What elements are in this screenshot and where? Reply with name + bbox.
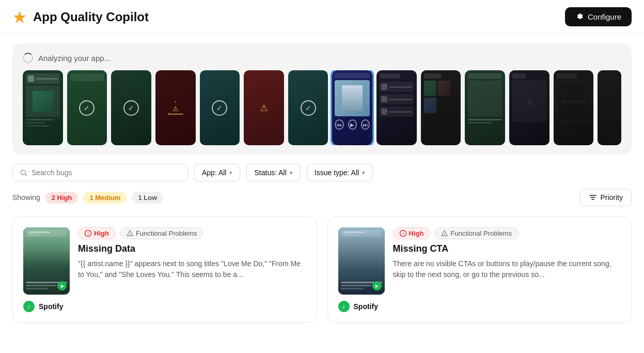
warning-icon-1: ! (127, 230, 133, 237)
screen-thumb-2: ✓ (67, 70, 107, 145)
screen-thumb-14 (598, 70, 621, 145)
warning-icon-2: ! (441, 230, 448, 237)
priority-button[interactable]: Priority (580, 189, 632, 206)
issue-type-filter-button[interactable]: Issue type: All ▾ (307, 164, 373, 181)
analysis-status: Analyzing your app... (23, 53, 621, 63)
issue-type-label-1: Functional Problems (136, 229, 197, 237)
svg-text:!: ! (444, 233, 445, 236)
configure-button[interactable]: Configure (565, 7, 632, 26)
card-tags-2: ! High ! Functional Problems (393, 227, 621, 239)
svg-text:!: ! (402, 232, 404, 236)
severity-badge-2: ! High (393, 227, 431, 239)
showing-left: Showing 2 High 1 Medium 1 Low (12, 192, 163, 204)
screen-thumb-9 (376, 70, 417, 145)
app-label-2: Spotify (354, 302, 378, 311)
spotify-icon-2: ♪ (338, 301, 350, 312)
issue-type-filter-label: Issue type: All (315, 168, 359, 177)
low-count-badge: 1 Low (132, 192, 163, 204)
issue-type-filter-chevron: ▾ (362, 170, 365, 176)
app-filter-label: App: All (202, 168, 226, 177)
severity-label-2: High (409, 229, 424, 237)
analysis-banner: Analyzing your app... ✓ (12, 43, 632, 155)
screen-thumb-7: ✓ (288, 70, 328, 145)
app-filter-button[interactable]: App: All ▾ (194, 164, 240, 181)
priority-lines-icon (589, 193, 597, 202)
card-thumbnail-2: ▶ (338, 227, 385, 295)
severity-badge-1: ! High (78, 227, 116, 239)
screen-thumb-12: ♪ (509, 70, 549, 145)
card-description-1: "{{ artist.name }}" appears next to song… (78, 258, 306, 280)
card-top-1: ▶ ! High ! (23, 227, 306, 295)
card-thumbnail-1: ▶ (23, 227, 70, 295)
card-top-2: ▶ ! High ! (338, 227, 621, 295)
issue-type-badge-1: ! Functional Problems (120, 227, 204, 239)
header-left: App Quality Copilot (12, 10, 149, 24)
screen-thumb-8: ⏮ ▶ ⏭ (332, 70, 372, 145)
alert-icon-2: ! (400, 230, 406, 237)
app-filter-chevron: ▾ (229, 170, 232, 176)
filters-row: App: All ▾ Status: All ▾ Issue type: All… (0, 164, 644, 181)
loading-spinner (23, 53, 33, 63)
configure-label: Configure (588, 12, 621, 21)
bug-card-1[interactable]: ▶ ! High ! (12, 217, 317, 323)
screens-row: ✓ ✓ ⚠ (23, 70, 621, 145)
screen-thumb-1 (23, 70, 63, 145)
screen-thumb-4: ⚠ (155, 70, 196, 145)
card-tags-1: ! High ! Functional Problems (78, 227, 306, 239)
card-title-2: Missing CTA (393, 243, 621, 254)
alert-icon-1: ! (85, 230, 91, 237)
card-footer-2: ♪ Spotify (338, 301, 621, 312)
cards-row: ▶ ! High ! (0, 209, 644, 335)
issue-type-label-2: Functional Problems (450, 229, 512, 237)
status-filter-button[interactable]: Status: All ▾ (246, 164, 300, 181)
logo-icon (12, 10, 27, 24)
screen-thumb-3: ✓ (111, 70, 151, 145)
card-description-2: There are no visible CTAs or buttons to … (393, 258, 621, 280)
bug-card-2[interactable]: ▶ ! High ! (327, 217, 632, 323)
spotify-icon-1: ♪ (23, 301, 35, 312)
card-info-1: ! High ! Functional Problems Missing Dat… (78, 227, 306, 280)
app-label-1: Spotify (39, 302, 63, 311)
screen-thumb-5: ✓ (200, 70, 240, 145)
screen-thumb-13: No content (554, 70, 594, 145)
medium-count-badge: 1 Medium (83, 192, 127, 204)
svg-text:!: ! (87, 232, 89, 236)
app-title: App Quality Copilot (33, 10, 149, 24)
svg-text:!: ! (129, 233, 130, 236)
issue-type-badge-2: ! Functional Problems (434, 227, 519, 239)
analysis-text: Analyzing your app... (38, 54, 111, 63)
severity-label-1: High (94, 229, 109, 237)
search-input[interactable] (32, 168, 180, 177)
search-icon (20, 169, 27, 177)
showing-row: Showing 2 High 1 Medium 1 Low Priority (0, 181, 644, 209)
status-filter-label: Status: All (254, 168, 286, 177)
screen-thumb-11 (465, 70, 505, 145)
card-title-1: Missing Data (78, 243, 306, 254)
showing-label: Showing (12, 193, 40, 202)
search-box[interactable] (12, 164, 188, 181)
app-header: App Quality Copilot Configure (0, 0, 644, 34)
status-filter-chevron: ▾ (290, 170, 293, 176)
screen-thumb-6: ⚠ (244, 70, 284, 145)
priority-label: Priority (600, 193, 623, 202)
screen-thumb-10 (421, 70, 461, 145)
high-count-badge: 2 High (45, 192, 78, 204)
card-info-2: ! High ! Functional Problems Missing CTA… (393, 227, 621, 280)
gear-icon (575, 13, 584, 21)
svg-marker-0 (13, 11, 26, 23)
card-footer-1: ♪ Spotify (23, 301, 306, 312)
